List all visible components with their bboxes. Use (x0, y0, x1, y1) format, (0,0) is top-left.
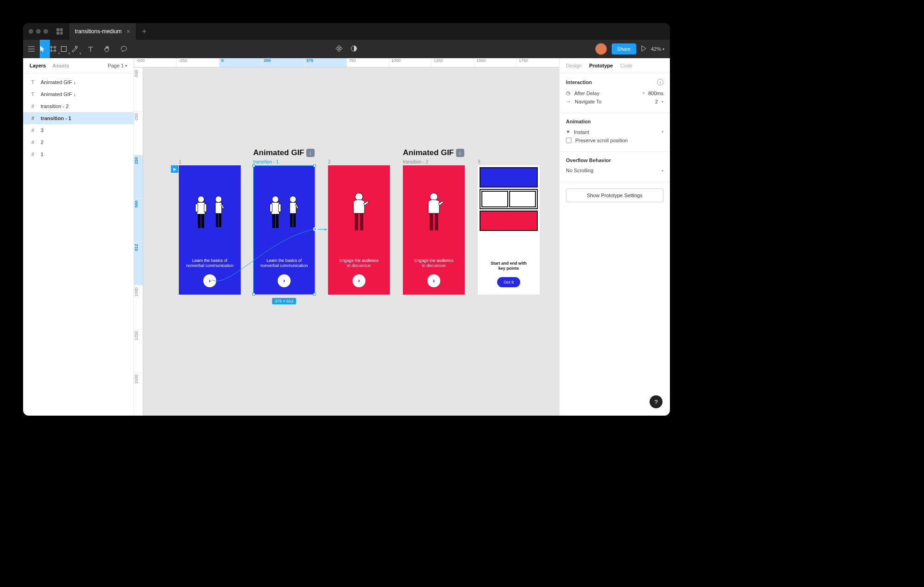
prototype-start-icon[interactable]: ▶ (171, 165, 178, 173)
layer-list: TAnimated GIF ↓TAnimated GIF ↓#transitio… (23, 73, 134, 160)
svg-rect-11 (219, 213, 221, 227)
svg-point-8 (215, 196, 222, 203)
frame-transition-2[interactable]: Engage the audiencein discussion › (403, 165, 465, 295)
trigger-select[interactable]: ◷ After Delay ▾ 800ms (566, 90, 663, 96)
svg-point-2 (198, 196, 204, 203)
text-tool[interactable] (82, 40, 99, 58)
svg-rect-23 (355, 213, 358, 230)
prototype-arrow (318, 229, 327, 230)
present-button[interactable] (641, 45, 646, 53)
frame-label[interactable]: 3 (478, 159, 480, 164)
hand-tool[interactable] (99, 40, 116, 58)
layer-label: Animated GIF ↓ (41, 91, 76, 97)
canvas[interactable]: -500-25002503757501000125015001750 -500-… (134, 58, 559, 416)
add-tab-button[interactable]: + (140, 27, 149, 36)
chevron-down-icon: ▾ (68, 52, 70, 55)
file-tab-title: transitions-medium (75, 28, 122, 35)
close-icon[interactable]: × (126, 28, 130, 35)
info-icon[interactable]: i (657, 79, 663, 85)
frame-label[interactable]: 2 (328, 159, 331, 164)
mask-icon[interactable] (351, 45, 357, 53)
layer-label: 2 (41, 139, 43, 145)
layer-label: transition - 1 (41, 115, 71, 121)
download-icon: ↓ (456, 149, 464, 157)
tab-design[interactable]: Design (566, 63, 582, 68)
section-title: Overflow Behavior (566, 157, 663, 163)
preserve-scroll-check[interactable]: Preserve scroll position (566, 138, 663, 143)
file-tab[interactable]: transitions-medium × (69, 23, 136, 40)
svg-rect-26 (430, 213, 433, 230)
show-prototype-settings-button[interactable]: Show Prototype Settings (566, 188, 663, 202)
tab-code[interactable]: Code (620, 63, 632, 68)
prototype-handle[interactable] (313, 227, 317, 231)
layer-type-icon: # (30, 151, 36, 157)
share-button[interactable]: Share (612, 43, 636, 54)
menu-button[interactable] (23, 40, 40, 58)
assets-tab[interactable]: Assets (52, 63, 69, 68)
layer-label: transition - 2 (41, 103, 69, 109)
next-button[interactable]: › (353, 274, 365, 287)
frame-tool[interactable]: ▾ (50, 40, 61, 58)
checkbox-icon (566, 138, 571, 143)
chevron-down-icon: ▾ (662, 130, 663, 134)
svg-rect-24 (360, 213, 363, 230)
layers-tab[interactable]: Layers (30, 63, 46, 68)
illustration (190, 165, 229, 258)
layer-type-icon: # (30, 127, 36, 133)
layer-type-icon: T (30, 91, 36, 97)
clock-icon: ◷ (566, 90, 571, 96)
chevron-down-icon: ▾ (662, 100, 663, 104)
svg-point-25 (430, 193, 438, 201)
animation-select[interactable]: ✶ Instant ▾ (566, 129, 663, 135)
zoom-select[interactable]: 42% ▾ (651, 46, 664, 52)
layer-item[interactable]: TAnimated GIF ↓ (23, 76, 134, 88)
chevron-down-icon: ▾ (643, 91, 644, 95)
right-panel: Design Prototype Code Interaction i ◷ Af… (559, 58, 670, 416)
frame-label[interactable]: 1 (179, 159, 182, 164)
frame-label[interactable]: transition - 1 (253, 159, 279, 164)
frame-2[interactable]: Engage the audiencein discussion › (328, 165, 390, 295)
svg-rect-7 (204, 204, 207, 212)
chevron-down-icon: ▾ (663, 47, 664, 51)
chevron-down-icon: ▾ (662, 169, 663, 173)
svg-rect-3 (197, 202, 205, 214)
frame-3[interactable]: Start and end withkey points Got it (478, 165, 540, 295)
layer-item[interactable]: #2 (23, 136, 134, 148)
comment-tool[interactable] (116, 40, 132, 58)
ruler-vertical: -500-250250500812100012501500 (134, 67, 143, 416)
layer-item[interactable]: #3 (23, 124, 134, 136)
layer-type-icon: T (30, 79, 36, 85)
left-panel: Layers Assets Page 1 ▾ TAnimated GIF ↓TA… (23, 58, 134, 416)
next-button[interactable]: › (427, 274, 440, 287)
page-select[interactable]: Page 1 ▾ (108, 63, 127, 68)
section-title: Animation (566, 119, 663, 124)
svg-point-22 (355, 193, 363, 201)
canvas-text: Animated GIF↓ (253, 148, 315, 157)
instant-icon: ✶ (566, 129, 570, 135)
tab-bar: transitions-medium × + (23, 23, 670, 40)
layer-item[interactable]: #1 (23, 148, 134, 160)
layer-item[interactable]: TAnimated GIF ↓ (23, 88, 134, 100)
overflow-select[interactable]: No Scrolling ▾ (566, 168, 663, 173)
layer-item[interactable]: #transition - 1 (23, 112, 134, 124)
ruler-horizontal: -500-25002503757501000125015001750 (134, 58, 559, 67)
window-controls[interactable] (29, 29, 48, 34)
got-it-button[interactable]: Got it (497, 277, 520, 287)
action-select[interactable]: → Navigate To 2 ▾ (566, 99, 663, 104)
next-button[interactable]: › (203, 274, 216, 287)
avatar[interactable] (595, 43, 607, 55)
layer-label: Animated GIF ↓ (41, 79, 76, 85)
figma-logo-icon[interactable] (56, 28, 63, 35)
tab-prototype[interactable]: Prototype (589, 63, 613, 68)
frame-1[interactable]: Learn the basics ofnonverbal communicati… (179, 165, 241, 295)
shape-tool[interactable]: ▾ (61, 40, 71, 58)
illustration (420, 165, 447, 258)
illustration (346, 165, 372, 258)
help-button[interactable]: ? (650, 395, 663, 408)
components-icon[interactable] (336, 45, 342, 53)
frame-label[interactable]: transition - 2 (403, 159, 428, 164)
layer-item[interactable]: #transition - 2 (23, 100, 134, 112)
pen-tool[interactable]: ▾ (71, 40, 82, 58)
canvas-text: Animated GIF↓ (403, 148, 464, 157)
move-tool[interactable]: ▾ (40, 40, 50, 58)
